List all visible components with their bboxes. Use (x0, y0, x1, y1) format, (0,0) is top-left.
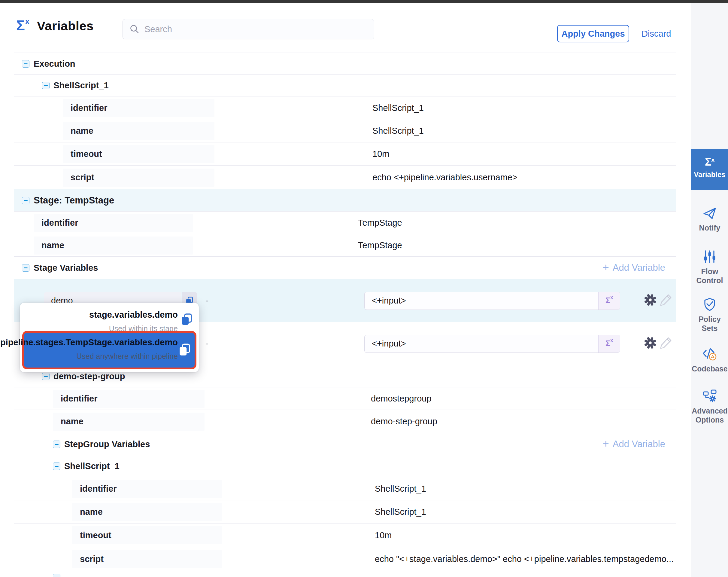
shield-check-icon (691, 297, 728, 313)
field-label: identifier (80, 484, 116, 494)
variable-settings-gear-icon[interactable] (643, 336, 657, 351)
collapse-checkbox[interactable] (42, 82, 50, 89)
collapse-checkbox[interactable] (22, 197, 29, 204)
edit-variable-pencil-icon[interactable] (659, 293, 672, 308)
sidebar-item-policy-sets[interactable]: Policy Sets (691, 297, 728, 333)
field-value: ShellScript_1 (372, 103, 424, 113)
variable-value-text[interactable]: <+input> (365, 296, 598, 306)
field-label: name (71, 126, 94, 136)
field-row-name: nameShellScript_1 (14, 500, 676, 523)
sidebar-item-notify[interactable]: Notify (691, 206, 728, 232)
variable-description-empty: - (205, 338, 208, 349)
code-warning-icon (691, 347, 728, 362)
tree-row-stage-variables: Stage Variables+Add Variable (14, 256, 676, 279)
search-input[interactable]: Search (123, 19, 374, 40)
sliders-icon (691, 249, 728, 265)
field-row-name: nameShellScript_1 (14, 119, 676, 142)
sidebar-item-label: Notify (691, 223, 728, 232)
field-label-chip: identifier (34, 214, 193, 232)
tree-row-label: StepGroup Variables (64, 439, 150, 449)
collapse-checkbox[interactable] (42, 373, 50, 380)
sidebar-item-label: Policy Sets (691, 315, 728, 333)
variable-path-text: pipeline.stages.TempStage.variables.demo (0, 337, 178, 347)
field-value: echo <+pipeline.variables.username> (372, 173, 518, 182)
field-label: name (42, 241, 64, 250)
field-row-identifier: identifierdemostepgroup (14, 387, 676, 410)
sidebar-item-label: Flow Control (691, 267, 728, 285)
field-label-chip: name (34, 236, 193, 254)
field-row-script: scriptecho "<+stage.variables.demo>" ech… (14, 547, 676, 571)
right-nav-sidebar: Σx Variables Notify Flow Control Policy … (691, 3, 728, 577)
field-label: timeout (80, 530, 111, 540)
variables-sigma-logo-icon: Σx (16, 18, 29, 33)
field-label-chip: identifier (53, 390, 205, 408)
field-label: script (71, 173, 94, 182)
field-row-name: namedemo-step-group (14, 410, 676, 433)
field-label: identifier (61, 394, 97, 404)
field-label-chip: name (53, 412, 205, 431)
add-variable-label: Add Variable (613, 439, 665, 450)
expression-sigma-toggle[interactable]: Σx (598, 292, 620, 309)
field-value: TempStage (358, 218, 402, 228)
discard-button[interactable]: Discard (642, 25, 671, 42)
window-chrome-bar (0, 0, 728, 3)
tree-row-label: Execution (34, 58, 75, 69)
field-value: ShellScript_1 (375, 507, 426, 517)
copy-icon[interactable] (180, 313, 193, 327)
variable-value-input[interactable]: <+input> Σx (364, 335, 620, 353)
field-row-name: nameTempStage (14, 234, 676, 256)
tree-row-shellscript-1: ShellScript_1 (14, 455, 676, 477)
partial-row (14, 571, 676, 577)
variable-path-option-pipeline-selected[interactable]: pipeline.stages.TempStage.variables.demo… (24, 333, 194, 368)
add-variable-button[interactable]: +Add Variable (603, 261, 665, 274)
variable-path-scope: Used within its stage (109, 324, 178, 333)
sigma-x-icon: Σx (691, 156, 728, 167)
tree-row-label: Stage: TempStage (34, 195, 114, 206)
add-variable-label: Add Variable (613, 262, 665, 273)
sidebar-item-codebase[interactable]: Codebase (691, 347, 728, 373)
collapse-checkbox[interactable] (22, 60, 29, 68)
field-label: script (80, 554, 104, 564)
tree-row-label: ShellScript_1 (53, 80, 109, 91)
sidebar-item-label: Variables (691, 170, 728, 179)
variable-value-input[interactable]: <+input> Σx (364, 292, 620, 310)
field-value: ShellScript_1 (372, 126, 424, 136)
field-label-chip: identifier (63, 99, 214, 117)
sidebar-item-flow-control[interactable]: Flow Control (691, 249, 728, 285)
collapse-checkbox[interactable] (53, 462, 60, 470)
edit-variable-pencil-icon[interactable] (659, 336, 672, 351)
tree-row-label: Stage Variables (34, 263, 98, 273)
add-variable-button[interactable]: +Add Variable (603, 438, 665, 450)
field-label: name (80, 507, 103, 517)
collapse-checkbox[interactable] (53, 574, 60, 577)
variable-settings-gear-icon[interactable] (643, 293, 657, 308)
copy-icon[interactable] (178, 343, 191, 358)
variable-value-text[interactable]: <+input> (365, 339, 598, 349)
variables-panel-header: Σx Variables Search Apply Changes Discar… (0, 3, 691, 51)
collapse-checkbox[interactable] (22, 264, 29, 272)
field-value: ShellScript_1 (375, 484, 426, 494)
field-row-timeout: timeout10m (14, 523, 676, 547)
variable-path-option-stage[interactable]: stage.variables.demo Used within its sta… (20, 307, 199, 334)
field-row-identifier: identifierShellScript_1 (14, 477, 676, 500)
collapse-checkbox[interactable] (53, 441, 60, 448)
field-label-chip: script (63, 169, 214, 186)
minus-icon (24, 64, 28, 64)
paper-plane-icon (691, 206, 728, 222)
plus-icon: + (603, 261, 609, 274)
sidebar-item-advanced-options[interactable]: Advanced Options (691, 389, 728, 424)
variable-description-empty: - (205, 295, 208, 306)
sidebar-item-variables-active[interactable]: Σx Variables (691, 149, 728, 190)
search-icon (129, 24, 140, 34)
tree-row-shellscript-1: ShellScript_1 (14, 74, 676, 96)
flow-gear-icon (691, 389, 728, 404)
minus-icon (24, 200, 28, 201)
tree-row-label: demo-step-group (53, 371, 125, 381)
field-row-identifier: identifierTempStage (14, 211, 676, 234)
field-value: demostepgroup (371, 394, 432, 404)
apply-changes-button[interactable]: Apply Changes (557, 25, 629, 42)
expression-sigma-toggle[interactable]: Σx (598, 335, 620, 352)
field-value: 10m (372, 149, 389, 159)
field-value: 10m (375, 530, 392, 540)
field-value: demo-step-group (371, 417, 437, 426)
